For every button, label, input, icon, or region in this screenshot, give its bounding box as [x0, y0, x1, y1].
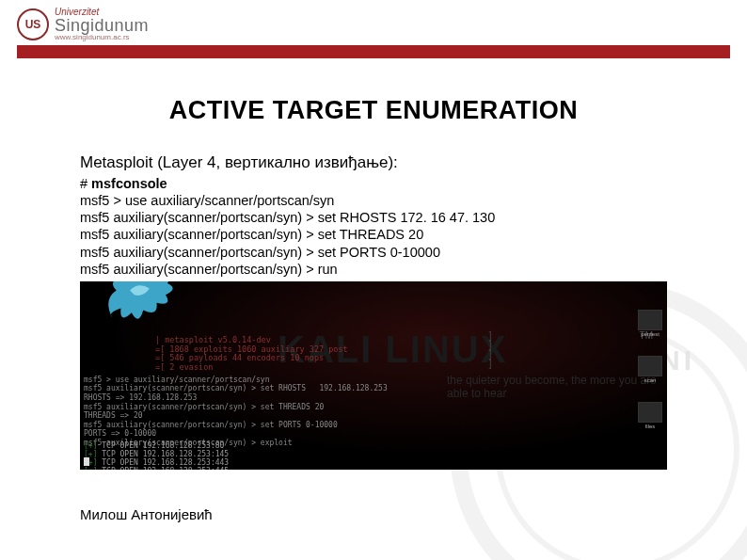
result-text: TCP OPEN 192.168.128.253:145 [102, 450, 229, 458]
terminal-results: [+] TCP OPEN 192.168.128.253:80 [+] TCP … [84, 441, 229, 470]
desktop-item: pentest [637, 310, 663, 337]
result-line: [+] TCP OPEN 192.168.128.253:145 [84, 450, 229, 458]
author-label: Милош Антонијевић [80, 506, 213, 522]
logo-text: Univerzitet Singidunum www.singidunum.ac… [55, 8, 149, 41]
code-line-6: msf5 auxiliary(scanner/portscan/syn) > r… [80, 261, 667, 278]
result-text: TCP OPEN 192.168.128.253:445 [102, 467, 229, 469]
dragon-icon [94, 281, 183, 335]
code-line-2: msf5 > use auxiliary/scanner/portscan/sy… [80, 192, 667, 209]
terminal-output: msf5 > use auxiliary/scanner/portscan/sy… [84, 376, 388, 448]
code-cmd: msfconsole [91, 176, 167, 191]
cursor-icon [84, 457, 89, 466]
desktop-label: files [645, 424, 656, 429]
content-block: Metasploit (Layer 4, вертикално извиђање… [80, 153, 667, 278]
code-line-4: msf5 auxiliary(scanner/portscan/syn) > s… [80, 226, 667, 243]
folder-icon [638, 356, 662, 376]
msf-banner: | metasploit v5.0.14-dev =[ 1868 exploit… [155, 336, 348, 373]
result-line: [+] TCP OPEN 192.168.128.253:443 [84, 458, 229, 467]
subtitle: Metasploit (Layer 4, вертикално извиђање… [80, 153, 667, 172]
logo: US Univerzitet Singidunum www.singidunum… [17, 8, 747, 41]
desktop-item: scan [637, 356, 663, 383]
header: US Univerzitet Singidunum www.singidunum… [0, 0, 747, 41]
result-line: [+] TCP OPEN 192.168.128.253:80 [84, 441, 229, 450]
kali-slogan: the quieter you become, the more you are… [447, 374, 667, 400]
folder-icon [638, 310, 662, 330]
logo-name: Singidunum [55, 17, 149, 34]
code-hash: # [80, 176, 91, 191]
folder-icon [638, 402, 662, 423]
code-block: # msfconsole msf5 > use auxiliary/scanne… [80, 175, 667, 278]
msf-banner-line: =[ 2 evasion [155, 363, 348, 373]
logo-emblem-text: US [25, 18, 41, 31]
header-bar [17, 45, 730, 58]
bracket-decoration: ]]]] [487, 331, 493, 369]
slide-title: ACTIVE TARGET ENUMERATION [0, 96, 747, 125]
plus-icon: [+] [84, 441, 97, 450]
result-line: [+] TCP OPEN 192.168.128.253:445 [84, 467, 229, 469]
code-line-3: msf5 auxiliary(scanner/portscan/syn) > s… [80, 209, 667, 226]
desktop-label: scan [644, 377, 657, 383]
desktop-item: files [637, 402, 663, 429]
result-text: TCP OPEN 192.168.128.253:80 [102, 441, 224, 450]
logo-emblem-icon: US [17, 8, 49, 40]
desktop-label: pentest [641, 331, 660, 337]
code-line-1: # msfconsole [80, 175, 667, 192]
terminal-screenshot: KALI LINUX the quieter you become, the m… [80, 281, 667, 470]
plus-icon: [+] [84, 467, 97, 469]
logo-url: www.singidunum.ac.rs [55, 34, 149, 41]
code-line-5: msf5 auxiliary(scanner/portscan/syn) > s… [80, 244, 667, 261]
result-text: TCP OPEN 192.168.128.253:443 [102, 458, 229, 467]
desktop-icons: pentest scan files [637, 310, 663, 429]
